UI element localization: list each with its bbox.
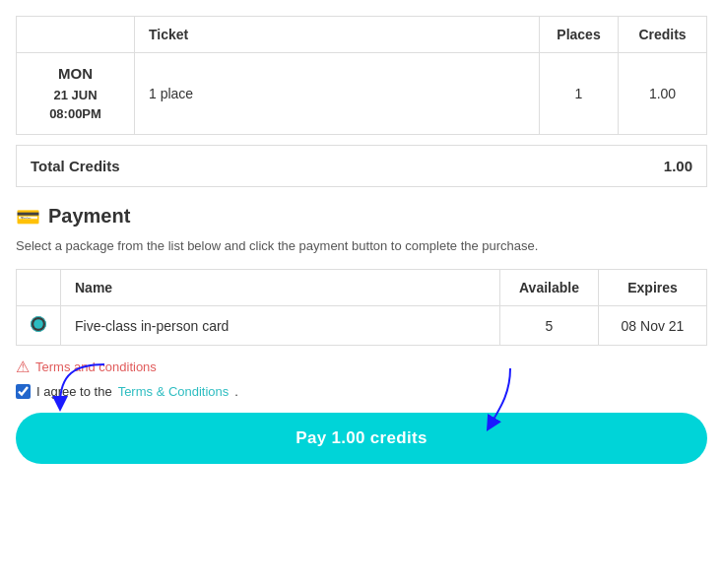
name-header: Name — [61, 270, 500, 306]
available-header: Available — [500, 270, 599, 306]
agree-terms-link[interactable]: Terms & Conditions — [118, 384, 230, 399]
total-credits-value: 1.00 — [664, 158, 692, 174]
terms-error-link[interactable]: Terms and conditions — [35, 359, 157, 374]
total-credits-label: Total Credits — [31, 158, 120, 174]
credits-header: Credits — [619, 17, 707, 53]
booking-day: MON — [31, 63, 120, 86]
pay-button-wrapper: Pay 1.00 credits — [16, 413, 707, 464]
terms-area: ⚠ Terms and conditions I agree to the Te… — [16, 358, 707, 464]
radio-header — [17, 270, 61, 306]
agree-text-before: I agree to the — [36, 384, 112, 399]
booking-date: 21 JUN — [31, 86, 120, 105]
booking-table: Ticket Places Credits MON 21 JUN 08:00PM… — [16, 16, 707, 135]
total-credits-box: Total Credits 1.00 — [16, 145, 707, 187]
payment-section: 💳 Payment Select a package from the list… — [16, 205, 707, 465]
package-name: Five-class in-person card — [61, 306, 500, 346]
page-container: Ticket Places Credits MON 21 JUN 08:00PM… — [16, 16, 707, 464]
agree-row: I agree to the Terms & Conditions . — [16, 384, 707, 399]
terms-error: ⚠ Terms and conditions — [16, 358, 707, 376]
booking-ticket: 1 place — [135, 53, 540, 135]
booking-places: 1 — [540, 53, 619, 135]
booking-date-cell: MON 21 JUN 08:00PM — [17, 53, 135, 135]
date-header — [17, 17, 135, 53]
booking-time: 08:00PM — [31, 104, 120, 124]
package-radio-cell[interactable] — [17, 306, 61, 346]
expires-header: Expires — [599, 270, 707, 306]
pay-button[interactable]: Pay 1.00 credits — [16, 413, 707, 464]
credit-card-icon: 💳 — [16, 205, 40, 229]
package-radio[interactable] — [31, 316, 46, 332]
booking-credits: 1.00 — [619, 53, 707, 135]
payment-heading: 💳 Payment — [16, 205, 707, 229]
ticket-header: Ticket — [135, 17, 540, 53]
agree-checkbox[interactable] — [16, 384, 31, 399]
packages-table: Name Available Expires Five-class in-per… — [16, 269, 707, 346]
payment-description: Select a package from the list below and… — [16, 236, 707, 256]
agree-text-after: . — [234, 384, 238, 399]
payment-title: Payment — [48, 205, 130, 228]
package-available: 5 — [500, 306, 599, 346]
package-expires: 08 Nov 21 — [599, 306, 707, 346]
places-header: Places — [540, 17, 619, 53]
error-icon: ⚠ — [16, 358, 30, 376]
